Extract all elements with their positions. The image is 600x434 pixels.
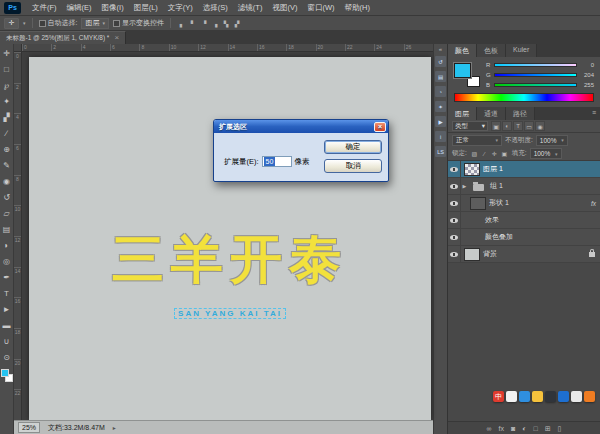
path-selection-tool[interactable]: ► bbox=[0, 302, 14, 318]
visibility-toggle[interactable] bbox=[448, 195, 461, 211]
panel-tab[interactable]: 颜色 bbox=[448, 44, 477, 57]
delete-layer-icon[interactable]: ▯ bbox=[558, 425, 562, 432]
history-brush-tool[interactable]: ↺ bbox=[0, 190, 14, 206]
menu-item[interactable]: 选择(S) bbox=[198, 0, 233, 15]
opacity-dropdown[interactable]: 100% ▾ bbox=[536, 135, 568, 146]
tray-icon-8[interactable] bbox=[584, 391, 595, 402]
layer-row[interactable]: ▶ 形状 1 fx bbox=[448, 195, 600, 212]
zoom-tool[interactable]: ⊙ bbox=[0, 350, 14, 366]
lock-option-icon[interactable]: ✛ bbox=[490, 149, 499, 158]
foreground-color-swatch[interactable] bbox=[454, 63, 471, 78]
adjustments-panel-icon[interactable]: ◔ bbox=[435, 86, 446, 97]
filter-kind-icon[interactable]: ▣ bbox=[491, 121, 501, 131]
styles-panel-icon[interactable]: ✦ bbox=[435, 101, 446, 112]
history-panel-icon[interactable]: ↺ bbox=[435, 56, 446, 67]
input-method-icon[interactable]: 中 bbox=[493, 391, 504, 402]
layer-row[interactable]: ▶ 颜色叠加 bbox=[448, 229, 600, 246]
add-mask-icon[interactable]: ◙ bbox=[511, 425, 515, 432]
document-tab[interactable]: 未标题-1 @ 25%(图层 1, CMYK/8) * × bbox=[0, 31, 126, 44]
actions-panel-icon[interactable]: ▶ bbox=[435, 116, 446, 127]
layer-thumbnail[interactable] bbox=[464, 163, 480, 176]
new-layer-icon[interactable]: ⊞ bbox=[545, 425, 551, 432]
color-swatches[interactable] bbox=[1, 369, 13, 382]
checkbox-icon[interactable] bbox=[113, 20, 120, 27]
cancel-button[interactable]: 取消 bbox=[324, 159, 382, 173]
healing-brush-tool[interactable]: ⊕ bbox=[0, 142, 14, 158]
panel-tab[interactable]: Kuler bbox=[506, 44, 537, 57]
foreground-color-swatch[interactable] bbox=[1, 369, 9, 377]
tab-close-icon[interactable]: × bbox=[114, 34, 119, 42]
auto-select-target-dropdown[interactable]: 图层 ▾ bbox=[81, 18, 109, 29]
properties-panel-icon[interactable]: ▤ bbox=[435, 71, 446, 82]
panel-menu-icon[interactable]: ≡ bbox=[588, 107, 600, 120]
visibility-toggle[interactable] bbox=[448, 161, 461, 177]
tray-icon-4[interactable] bbox=[532, 391, 543, 402]
visibility-toggle[interactable] bbox=[448, 178, 461, 194]
menu-item[interactable]: 图层(L) bbox=[129, 0, 163, 15]
filter-kind-icon[interactable]: ◐ bbox=[502, 121, 512, 131]
ls-extension-icon[interactable]: LS bbox=[435, 146, 446, 157]
align-icon[interactable]: ▘ bbox=[188, 18, 198, 28]
menu-item[interactable]: 编辑(E) bbox=[62, 0, 97, 15]
adjustment-layer-icon[interactable]: ◐ bbox=[522, 425, 526, 432]
lock-option-icon[interactable]: ▨ bbox=[470, 149, 479, 158]
channel-value[interactable]: 0 bbox=[580, 62, 594, 68]
ok-button[interactable]: 确定 bbox=[324, 140, 382, 154]
layer-row[interactable]: ▶ 背景 bbox=[448, 246, 600, 263]
rectangle-tool[interactable]: ▬ bbox=[0, 318, 14, 334]
document-canvas[interactable]: 三羊开泰 SAN YANG KAI TAI bbox=[29, 57, 431, 420]
panel-tab[interactable]: 色板 bbox=[477, 44, 506, 57]
layer-filter-dropdown[interactable]: 类型 ▾ bbox=[452, 121, 488, 131]
zoom-level[interactable]: 25% bbox=[18, 422, 40, 433]
color-spectrum-ramp[interactable] bbox=[454, 93, 594, 102]
move-tool[interactable]: ✛ bbox=[0, 46, 14, 62]
checkbox-icon[interactable] bbox=[39, 20, 46, 27]
slider-track[interactable] bbox=[494, 63, 577, 67]
info-panel-icon[interactable]: i bbox=[435, 131, 446, 142]
layer-name[interactable]: 图层 1 bbox=[483, 164, 503, 174]
filter-kind-icon[interactable]: ▭ bbox=[524, 121, 534, 131]
tool-preset-arrow-icon[interactable]: ▾ bbox=[23, 20, 26, 26]
layer-thumbnail[interactable] bbox=[464, 248, 480, 261]
hand-tool[interactable]: ∪ bbox=[0, 334, 14, 350]
dodge-tool[interactable]: ◎ bbox=[0, 254, 14, 270]
gradient-tool[interactable]: ▤ bbox=[0, 222, 14, 238]
menu-item[interactable]: 文字(Y) bbox=[163, 0, 198, 15]
current-tool-icon[interactable]: ✛ bbox=[4, 18, 19, 29]
pen-tool[interactable]: ✒ bbox=[0, 270, 14, 286]
menu-item[interactable]: 图像(I) bbox=[97, 0, 129, 15]
eyedropper-tool[interactable]: ∕ bbox=[0, 126, 14, 142]
dialog-close-button[interactable]: × bbox=[374, 122, 386, 132]
layer-style-icon[interactable]: fx bbox=[499, 425, 504, 432]
slider-track[interactable] bbox=[494, 83, 577, 87]
crop-tool[interactable]: ▞ bbox=[0, 110, 14, 126]
eraser-tool[interactable]: ▱ bbox=[0, 206, 14, 222]
menu-item[interactable]: 窗口(W) bbox=[302, 0, 339, 15]
layer-name[interactable]: 形状 1 bbox=[489, 198, 509, 208]
menu-item[interactable]: 帮助(H) bbox=[340, 0, 375, 15]
layer-name[interactable]: 颜色叠加 bbox=[485, 232, 513, 242]
link-layers-icon[interactable]: ∞ bbox=[487, 425, 492, 432]
tray-icon-7[interactable] bbox=[571, 391, 582, 402]
panel-tab[interactable]: 路径 bbox=[506, 107, 535, 120]
quick-selection-tool[interactable]: ✦ bbox=[0, 94, 14, 110]
lock-option-icon[interactable]: ∕ bbox=[480, 149, 489, 158]
status-menu-arrow-icon[interactable]: ▸ bbox=[113, 424, 116, 431]
auto-select-checkbox[interactable]: 自动选择: bbox=[39, 18, 78, 28]
menu-item[interactable]: 视图(V) bbox=[267, 0, 302, 15]
fill-dropdown[interactable]: 100% ▾ bbox=[530, 148, 562, 159]
panel-tab[interactable]: 通道 bbox=[477, 107, 506, 120]
channel-value[interactable]: 204 bbox=[580, 72, 594, 78]
fx-badge[interactable]: fx bbox=[591, 200, 596, 207]
tray-icon-3[interactable] bbox=[519, 391, 530, 402]
type-tool[interactable]: T bbox=[0, 286, 14, 302]
layer-row[interactable]: ▶ 图层 1 bbox=[448, 161, 600, 178]
tray-icon-2[interactable] bbox=[506, 391, 517, 402]
blur-tool[interactable]: ◗ bbox=[0, 238, 14, 254]
lasso-tool[interactable]: ℘ bbox=[0, 78, 14, 94]
marquee-tool[interactable]: □ bbox=[0, 62, 14, 78]
filter-kind-icon[interactable]: ◉ bbox=[535, 121, 545, 131]
menu-item[interactable]: 文件(F) bbox=[27, 0, 62, 15]
layer-row[interactable]: ▶ 组 1 bbox=[448, 178, 600, 195]
brush-tool[interactable]: ✎ bbox=[0, 158, 14, 174]
